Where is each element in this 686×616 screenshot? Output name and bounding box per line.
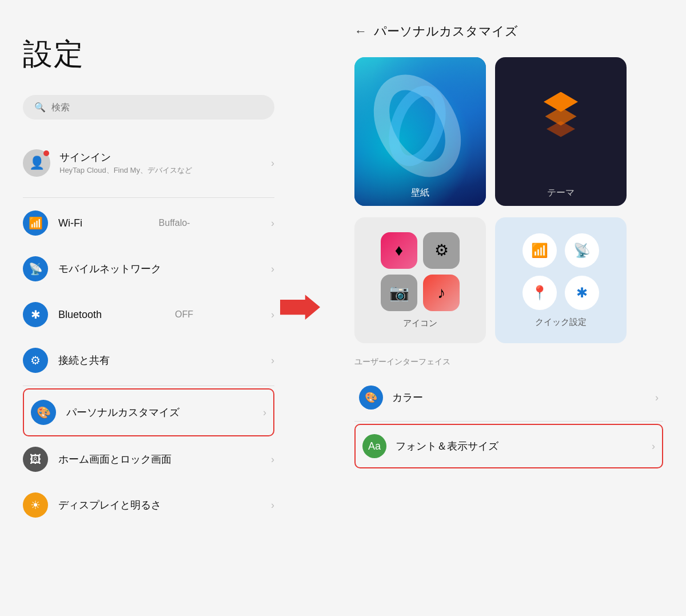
navigation-arrow: [280, 293, 320, 324]
menu-item-mobile[interactable]: 📡 モバイルネットワーク ›: [23, 246, 274, 292]
connection-icon-circle: ⚙: [23, 348, 48, 373]
right-panel-title: パーソナルカスタマイズ: [374, 23, 518, 40]
right-header: ← パーソナルカスタマイズ: [354, 23, 663, 40]
wifi-chevron: ›: [271, 217, 274, 229]
connection-icon: ⚙: [30, 353, 41, 367]
signin-row[interactable]: 👤 サインイン HeyTap Cloud、Find My、デバイスなど ›: [23, 140, 274, 186]
svg-point-1: [372, 70, 463, 182]
search-bar[interactable]: 🔍: [23, 95, 274, 120]
bluetooth-label: Bluetooth: [58, 309, 102, 321]
theme-logo: [544, 92, 578, 137]
divider: [23, 197, 274, 198]
notification-dot: [43, 150, 49, 156]
color-icon: 🎨: [365, 391, 377, 404]
homescreen-icon: 🖼: [30, 453, 41, 466]
menu-item-connection[interactable]: ⚙ 接続と共有 ›: [23, 337, 274, 383]
qs-bluetooth-icon: ✱: [565, 276, 599, 310]
app-icon-camera: 📷: [381, 275, 417, 311]
theme-card[interactable]: テーマ: [495, 57, 627, 206]
homescreen-icon-circle: 🖼: [23, 447, 48, 472]
display-icon-circle: ☀: [23, 492, 48, 518]
wifi-icon-circle: 📶: [23, 210, 48, 236]
qs-wifi-icon: 📶: [523, 233, 557, 268]
bluetooth-chevron: ›: [271, 309, 274, 321]
personalize-panel: ← パーソナルカスタマイズ 壁紙 テーマ: [297, 0, 686, 616]
color-chevron: ›: [655, 392, 659, 404]
search-icon: 🔍: [34, 102, 46, 113]
mobile-network-icon: 📡: [29, 262, 43, 276]
menu-item-display[interactable]: ☀ ディスプレイと明るさ ›: [23, 482, 274, 528]
signin-title: サインイン: [59, 150, 192, 164]
right-divider: [354, 421, 663, 422]
color-label: カラー: [392, 391, 423, 404]
theme-label: テーマ: [495, 187, 627, 199]
menu-item-wifi[interactable]: 📶 Wi-Fi Buffalo- ›: [23, 200, 274, 246]
icon-card[interactable]: ♦ ⚙ 📷 ♪ アイコン: [354, 217, 486, 343]
personalize-chevron: ›: [263, 407, 266, 419]
qs-grid: 📶 📡 📍 ✱: [523, 233, 599, 310]
search-input[interactable]: [51, 102, 263, 113]
font-chevron: ›: [652, 440, 655, 452]
signin-chevron: ›: [271, 157, 274, 169]
icon-grid: ♦ ⚙ 📷 ♪: [381, 232, 460, 311]
right-menu-item-font[interactable]: Aa フォント＆表示サイズ ›: [354, 424, 663, 468]
app-icon-pink: ♦: [381, 232, 417, 269]
menu-item-bluetooth[interactable]: ✱ Bluetooth OFF ›: [23, 292, 274, 337]
qs-location-icon: 📍: [523, 276, 557, 310]
font-icon-circle: Aa: [362, 434, 386, 458]
bottom-cards-row: ♦ ⚙ 📷 ♪ アイコン 📶 📡 📍 ✱ クイック設定: [354, 217, 663, 343]
display-label: ディスプレイと明るさ: [58, 498, 161, 512]
signin-subtitle: HeyTap Cloud、Find My、デバイスなど: [59, 165, 192, 176]
layers-icon: [544, 92, 578, 137]
qs-mobile-icon: 📡: [565, 233, 599, 268]
display-icon: ☀: [30, 498, 41, 512]
back-button[interactable]: ←: [354, 24, 367, 39]
connection-label: 接続と共有: [58, 353, 110, 367]
divider-2: [23, 386, 274, 386]
wallpaper-label: 壁紙: [354, 180, 486, 206]
app-icon-music: ♪: [423, 275, 460, 311]
menu-item-personalize[interactable]: 🎨 パーソナルカスタマイズ ›: [23, 388, 274, 436]
bluetooth-icon-circle: ✱: [23, 302, 48, 327]
page-title: 設定: [23, 34, 274, 74]
bluetooth-value: OFF: [175, 309, 193, 320]
mobile-chevron: ›: [271, 263, 274, 275]
wifi-icon: 📶: [29, 216, 43, 230]
settings-panel: 設定 🔍 👤 サインイン HeyTap Cloud、Find My、デバイスなど…: [0, 0, 297, 616]
svg-point-2: [385, 85, 449, 167]
menu-item-homescreen[interactable]: 🖼 ホーム画面とロック画面 ›: [23, 436, 274, 482]
wifi-label: Wi-Fi: [58, 217, 82, 229]
mobile-icon-circle: 📡: [23, 256, 48, 281]
display-chevron: ›: [271, 499, 274, 511]
icon-label: アイコン: [403, 318, 437, 329]
font-icon: Aa: [368, 440, 381, 452]
personalize-icon-circle: 🎨: [31, 400, 56, 425]
font-label: フォント＆表示サイズ: [396, 439, 498, 453]
svg-marker-0: [280, 295, 320, 320]
homescreen-chevron: ›: [271, 454, 274, 466]
right-menu-item-color[interactable]: 🎨 カラー ›: [354, 376, 663, 419]
avatar: 👤: [23, 149, 50, 177]
quick-settings-label: クイック設定: [535, 317, 587, 328]
wifi-value: Buffalo-: [159, 218, 190, 228]
signin-text: サインイン HeyTap Cloud、Find My、デバイスなど: [59, 150, 192, 176]
personalize-label: パーソナルカスタマイズ: [66, 406, 180, 419]
personalize-icon: 🎨: [37, 406, 51, 419]
bluetooth-icon: ✱: [31, 308, 41, 321]
connection-chevron: ›: [271, 355, 274, 367]
color-icon-circle: 🎨: [359, 386, 383, 410]
mobile-label: モバイルネットワーク: [58, 262, 161, 276]
app-icon-settings: ⚙: [423, 232, 460, 269]
ui-section-label: ユーザーインターフェイス: [354, 357, 663, 367]
homescreen-label: ホーム画面とロック画面: [58, 452, 172, 466]
top-cards-row: 壁紙 テーマ: [354, 57, 663, 206]
quick-settings-card[interactable]: 📶 📡 📍 ✱ クイック設定: [495, 217, 627, 343]
wallpaper-swirl: [372, 69, 463, 183]
diamond-layer-top: [544, 92, 578, 112]
wallpaper-card[interactable]: 壁紙: [354, 57, 486, 206]
